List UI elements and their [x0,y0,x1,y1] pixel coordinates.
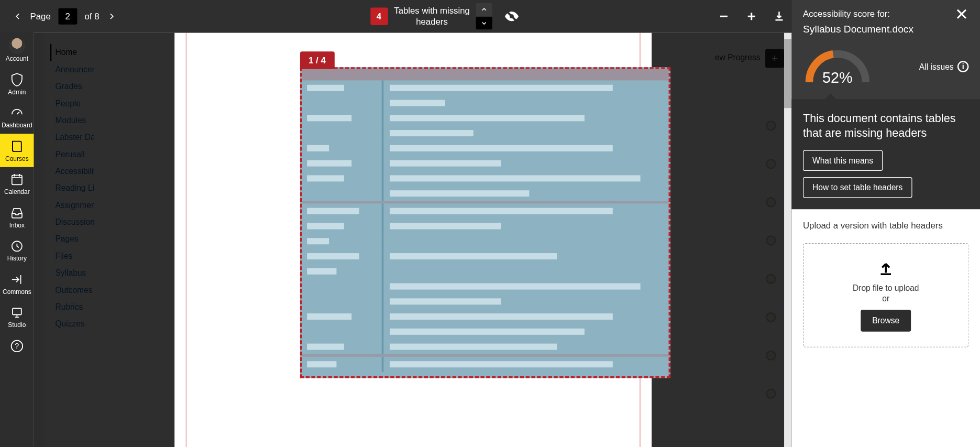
nav-studio[interactable]: Studio [0,300,34,334]
speedometer-icon [9,105,25,121]
panel-title: Accessibility score for: [803,9,890,19]
nav-label: Courses [5,155,29,162]
next-issue-button[interactable] [476,17,492,29]
issue-count-badge: 4 [370,7,388,25]
upload-section-title: Upload a version with table headers [803,220,968,230]
inbox-icon [9,205,25,221]
scroll-thumb[interactable] [784,39,791,108]
nav-help[interactable]: ? [0,333,34,358]
nav-dashboard[interactable]: Dashboard [0,101,34,134]
panel-filename: Syllabus Document.docx [803,24,968,36]
nav-label: Commons [3,288,31,295]
nav-commons[interactable]: Commons [0,267,34,300]
drop-text: Drop file to upload [810,283,962,292]
margin-guide [185,32,186,447]
nav-label: Calendar [4,189,30,195]
all-issues-link[interactable]: All issues i [919,61,969,72]
nav-label: History [7,255,27,262]
upload-dropzone[interactable]: Drop file to upload or Browse [803,243,968,347]
nav-label: Account [6,55,28,62]
score-value: 52% [822,69,853,87]
nav-calendar[interactable]: Calendar [0,167,34,201]
avatar-icon [9,38,25,54]
nav-inbox[interactable]: Inbox [0,200,34,234]
nav-label: Studio [8,322,26,329]
close-icon[interactable]: ✕ [955,9,968,20]
issue-nav-group: 4 Tables with missing headers [370,3,520,29]
shield-icon [9,72,25,88]
zoom-in-icon[interactable] [745,10,758,23]
share-icon [9,272,25,287]
help-icon: ? [9,339,25,354]
table-issue-highlight[interactable] [300,67,670,378]
accessibility-panel: Accessibility score for: ✕ Syllabus Docu… [791,0,980,447]
nav-history[interactable]: History [0,234,34,267]
document-preview: 1 / 4 [34,32,792,447]
download-icon[interactable] [773,10,785,23]
page-input[interactable] [58,8,77,25]
how-to-fix-button[interactable]: How to set table headers [803,177,912,198]
svg-rect-2 [13,309,21,315]
hide-highlights-icon[interactable] [504,8,520,25]
zoom-out-icon[interactable] [718,10,730,23]
score-gauge: 52% [803,48,872,85]
nav-label: Inbox [9,222,25,228]
chevron-up-icon [480,6,488,13]
next-page-icon[interactable] [107,12,117,21]
clock-icon [9,238,25,254]
calendar-icon [9,172,25,187]
issue-description: This document contains tables that are m… [803,111,968,141]
svg-rect-0 [12,175,22,184]
what-this-means-button[interactable]: What this means [803,150,883,171]
page-navigation: Page of 8 [13,8,117,25]
info-icon: i [957,61,969,72]
book-icon [9,139,25,154]
prev-page-icon[interactable] [13,12,23,21]
issue-position-badge: 1 / 4 [300,51,334,69]
page-label: Page [30,12,51,21]
upload-icon [810,258,962,277]
nav-label: Dashboard [2,122,32,129]
zoom-tools [718,10,785,23]
nav-courses[interactable]: Courses [0,134,34,167]
nav-account[interactable]: Account [0,32,34,67]
prev-issue-button[interactable] [476,3,492,16]
studio-icon [9,306,25,321]
global-nav: Account Admin Dashboard Courses Calendar… [0,0,34,447]
of-label: of 8 [84,12,99,21]
nav-label: Admin [8,89,26,95]
svg-text:?: ? [15,342,19,350]
nav-admin[interactable]: Admin [0,67,34,101]
browse-button[interactable]: Browse [861,309,911,331]
or-text: or [810,293,962,303]
issue-nav-chevrons [476,3,492,29]
chevron-down-icon [480,19,488,27]
scrollbar[interactable] [784,32,791,447]
issue-title: Tables with missing headers [394,6,470,27]
all-issues-label: All issues [919,62,954,71]
